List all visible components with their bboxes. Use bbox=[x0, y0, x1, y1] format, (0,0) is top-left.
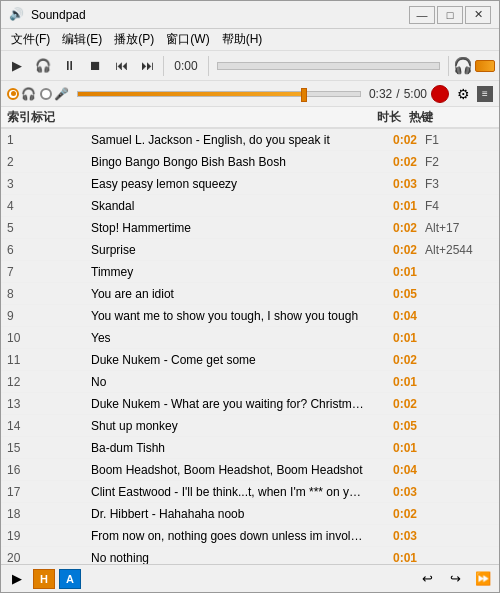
sound-list[interactable]: 1 Samuel L. Jackson - English, do you sp… bbox=[1, 129, 499, 564]
row-num: 15 bbox=[3, 441, 31, 455]
separator-2 bbox=[208, 56, 209, 76]
row-name: Clint Eastwood - I'll be think...t, when… bbox=[91, 485, 367, 499]
table-row[interactable]: 6 Surprise 0:02 Alt+2544 bbox=[1, 239, 499, 261]
row-num: 16 bbox=[3, 463, 31, 477]
row-name: Samuel L. Jackson - English, do you spea… bbox=[91, 133, 367, 147]
row-duration: 0:01 bbox=[367, 375, 417, 389]
radio-headphone[interactable]: 🎧 bbox=[7, 87, 36, 101]
extra-button[interactable]: ≡ bbox=[477, 86, 493, 102]
row-name: Shut up monkey bbox=[91, 419, 367, 433]
headphone-button[interactable]: 🎧 bbox=[31, 54, 55, 78]
table-row[interactable]: 5 Stop! Hammertime 0:02 Alt+17 bbox=[1, 217, 499, 239]
row-num: 20 bbox=[3, 551, 31, 565]
bottom-h-label[interactable]: H bbox=[33, 569, 55, 589]
table-row[interactable]: 18 Dr. Hibbert - Hahahaha noob 0:02 bbox=[1, 503, 499, 525]
table-row[interactable]: 17 Clint Eastwood - I'll be think...t, w… bbox=[1, 481, 499, 503]
settings-button[interactable]: ⚙ bbox=[453, 84, 473, 104]
column-headers: 索引 标记 时长 热键 bbox=[1, 107, 499, 129]
row-name: From now on, nothing goes down unless im… bbox=[91, 529, 367, 543]
row-name: No nothing bbox=[91, 551, 367, 565]
undo-button[interactable]: ↩ bbox=[415, 568, 439, 590]
row-duration: 0:02 bbox=[367, 243, 417, 257]
output-selector: 🎧 🎤 bbox=[7, 87, 69, 101]
table-row[interactable]: 14 Shut up monkey 0:05 bbox=[1, 415, 499, 437]
maximize-button[interactable]: □ bbox=[437, 6, 463, 24]
bottom-play-button[interactable]: ▶ bbox=[5, 568, 29, 590]
table-row[interactable]: 9 You want me to show you tough, I show … bbox=[1, 305, 499, 327]
row-duration: 0:03 bbox=[367, 177, 417, 191]
row-duration: 0:02 bbox=[367, 155, 417, 169]
forward-button[interactable]: ⏩ bbox=[471, 568, 495, 590]
table-row[interactable]: 8 You are an idiot 0:05 bbox=[1, 283, 499, 305]
table-row[interactable]: 16 Boom Headshot, Boom Headshot, Boom He… bbox=[1, 459, 499, 481]
title-bar: 🔊 Soundpad — □ ✕ bbox=[1, 1, 499, 29]
menu-help[interactable]: 帮助(H) bbox=[216, 29, 269, 50]
row-duration: 0:02 bbox=[367, 221, 417, 235]
table-row[interactable]: 2 Bingo Bango Bongo Bish Bash Bosh 0:02 … bbox=[1, 151, 499, 173]
progress-bar[interactable] bbox=[217, 62, 440, 70]
row-num: 3 bbox=[3, 177, 31, 191]
row-name: You are an idiot bbox=[91, 287, 367, 301]
row-num: 7 bbox=[3, 265, 31, 279]
minimize-button[interactable]: — bbox=[409, 6, 435, 24]
volume-indicator bbox=[475, 60, 495, 72]
radio-mic[interactable]: 🎤 bbox=[40, 87, 69, 101]
row-duration: 0:02 bbox=[367, 397, 417, 411]
headphone-label: 🎧 bbox=[21, 87, 36, 101]
menu-edit[interactable]: 编辑(E) bbox=[56, 29, 108, 50]
table-row[interactable]: 13 Duke Nukem - What are you waiting for… bbox=[1, 393, 499, 415]
prev-button[interactable]: ⏮ bbox=[109, 54, 133, 78]
time-sep: / bbox=[396, 87, 399, 101]
col-header-hotkey[interactable]: 热键 bbox=[401, 109, 481, 126]
row-duration: 0:04 bbox=[367, 309, 417, 323]
close-button[interactable]: ✕ bbox=[465, 6, 491, 24]
redo-button[interactable]: ↪ bbox=[443, 568, 467, 590]
table-row[interactable]: 7 Timmey 0:01 bbox=[1, 261, 499, 283]
radio-circle-headphone bbox=[7, 88, 19, 100]
row-hotkey: F3 bbox=[417, 177, 497, 191]
row-num: 17 bbox=[3, 485, 31, 499]
stop-button[interactable]: ⏹ bbox=[83, 54, 107, 78]
play-button[interactable]: ▶ bbox=[5, 54, 29, 78]
table-row[interactable]: 10 Yes 0:01 bbox=[1, 327, 499, 349]
volume-thumb bbox=[301, 88, 307, 102]
table-row[interactable]: 11 Duke Nukem - Come get some 0:02 bbox=[1, 349, 499, 371]
window-controls: — □ ✕ bbox=[409, 6, 491, 24]
bottom-a-label[interactable]: A bbox=[59, 569, 81, 589]
row-duration: 0:03 bbox=[367, 485, 417, 499]
row-name: You want me to show you tough, I show yo… bbox=[91, 309, 367, 323]
table-row[interactable]: 12 No 0:01 bbox=[1, 371, 499, 393]
row-name: Surprise bbox=[91, 243, 367, 257]
table-row[interactable]: 19 From now on, nothing goes down unless… bbox=[1, 525, 499, 547]
table-row[interactable]: 20 No nothing 0:01 bbox=[1, 547, 499, 564]
pause-button[interactable]: ⏸ bbox=[57, 54, 81, 78]
row-name: Dr. Hibbert - Hahahaha noob bbox=[91, 507, 367, 521]
row-hotkey: Alt+17 bbox=[417, 221, 497, 235]
table-row[interactable]: 1 Samuel L. Jackson - English, do you sp… bbox=[1, 129, 499, 151]
table-row[interactable]: 4 Skandal 0:01 F4 bbox=[1, 195, 499, 217]
row-name: Boom Headshot, Boom Headshot, Boom Heads… bbox=[91, 463, 367, 477]
row-name: Stop! Hammertime bbox=[91, 221, 367, 235]
row-name: Duke Nukem - What are you waiting for? C… bbox=[91, 397, 367, 411]
record-button[interactable] bbox=[431, 85, 449, 103]
col-header-duration[interactable]: 时长 bbox=[351, 109, 401, 126]
col-header-mark[interactable]: 标记 bbox=[31, 109, 91, 126]
toolbar-secondary: 🎧 🎤 0:32 / 5:00 ⚙ ≡ bbox=[1, 81, 499, 107]
row-duration: 0:01 bbox=[367, 441, 417, 455]
app-icon: 🔊 bbox=[9, 7, 25, 23]
row-num: 18 bbox=[3, 507, 31, 521]
row-hotkey: F2 bbox=[417, 155, 497, 169]
row-num: 2 bbox=[3, 155, 31, 169]
menu-window[interactable]: 窗口(W) bbox=[160, 29, 215, 50]
col-header-num: 索引 bbox=[3, 109, 31, 126]
next-button[interactable]: ⏭ bbox=[135, 54, 159, 78]
row-name: Easy peasy lemon squeezy bbox=[91, 177, 367, 191]
row-hotkey: F4 bbox=[417, 199, 497, 213]
menu-play[interactable]: 播放(P) bbox=[108, 29, 160, 50]
table-row[interactable]: 3 Easy peasy lemon squeezy 0:03 F3 bbox=[1, 173, 499, 195]
menu-file[interactable]: 文件(F) bbox=[5, 29, 56, 50]
row-num: 13 bbox=[3, 397, 31, 411]
table-row[interactable]: 15 Ba-dum Tishh 0:01 bbox=[1, 437, 499, 459]
row-num: 8 bbox=[3, 287, 31, 301]
volume-slider[interactable] bbox=[77, 91, 361, 97]
